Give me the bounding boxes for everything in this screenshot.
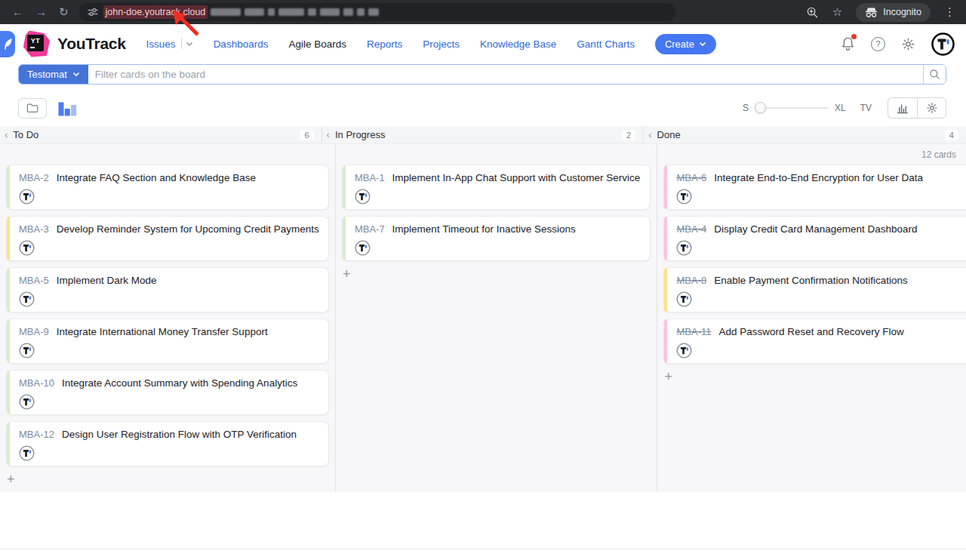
card-title[interactable]: Add Password Reset and Recovery Flow <box>718 326 903 337</box>
assignee-avatar[interactable] <box>676 343 692 358</box>
card-id[interactable]: MBA-1 <box>355 172 385 183</box>
column-name: Done <box>657 129 681 140</box>
card-priority-edge <box>7 165 10 209</box>
nav-item-agile-boards[interactable]: Agile Boards <box>288 38 346 50</box>
card-id[interactable]: MBA-5 <box>19 275 49 286</box>
issue-card[interactable]: MBA-12Design User Registration Flow with… <box>6 421 329 466</box>
url-text[interactable]: john-doe.youtrack.cloud <box>103 5 208 19</box>
nav-item-projects[interactable]: Projects <box>423 38 460 50</box>
board-settings-button[interactable] <box>917 97 946 118</box>
issue-card[interactable]: MBA-5Implement Dark Mode <box>6 267 329 312</box>
assignee-avatar[interactable] <box>19 445 35 461</box>
card-title[interactable]: Design User Registration Flow with OTP V… <box>62 429 297 440</box>
notifications-button[interactable] <box>841 36 855 51</box>
slider-knob[interactable] <box>755 102 766 113</box>
nav-item-reports[interactable]: Reports <box>367 38 402 50</box>
card-title[interactable]: Implement In-App Chat Support with Custo… <box>392 172 641 183</box>
issue-card[interactable]: MBA-10Integrate Account Summary with Spe… <box>6 370 329 415</box>
chart-report-button[interactable] <box>888 97 917 118</box>
card-title[interactable]: Integrate FAQ Section and Knowledge Base <box>57 172 256 183</box>
card-title[interactable]: Implement Timeout for Inactive Sessions <box>392 223 576 235</box>
issue-card[interactable]: MBA-7Implement Timeout for Inactive Sess… <box>342 216 651 261</box>
card-id[interactable]: MBA-6 <box>676 172 706 183</box>
card-title[interactable]: Integrate International Money Transfer S… <box>57 326 268 337</box>
filter-cards-input[interactable] <box>88 65 923 84</box>
create-button[interactable]: Create <box>655 34 716 54</box>
issue-card[interactable]: MBA-1Implement In-App Chat Support with … <box>342 165 651 210</box>
card-id[interactable]: MBA-3 <box>19 223 49 235</box>
issue-card[interactable]: MBA-3Develop Reminder System for Upcomin… <box>6 216 329 261</box>
card-id[interactable]: MBA-2 <box>19 172 49 183</box>
issue-card[interactable]: MBA-11Add Password Reset and Recovery Fl… <box>663 318 966 364</box>
card-header-line: MBA-2Integrate FAQ Section and Knowledge… <box>19 172 319 183</box>
chart-view-toggle[interactable] <box>58 100 77 117</box>
browser-menu-icon[interactable]: ⋮ <box>944 5 955 19</box>
card-id[interactable]: MBA-7 <box>355 223 385 235</box>
assignee-avatar[interactable] <box>676 240 692 256</box>
card-priority-edge <box>7 319 10 363</box>
assignee-avatar[interactable] <box>19 189 35 205</box>
card-title[interactable]: Enable Payment Confirmation Notification… <box>714 275 908 286</box>
card-priority-edge <box>343 165 346 209</box>
settings-button[interactable] <box>901 37 915 51</box>
card-id[interactable]: MBA-11 <box>676 326 711 337</box>
card-size-slider[interactable] <box>756 107 829 109</box>
add-card-button[interactable]: + <box>7 472 20 486</box>
assignee-avatar[interactable] <box>355 189 371 205</box>
card-id[interactable]: MBA-12 <box>19 429 54 440</box>
browser-reload-button[interactable]: ↻ <box>59 0 69 24</box>
add-card-button[interactable]: + <box>343 267 356 281</box>
nav-item-issues[interactable]: Issues <box>146 38 176 50</box>
assignee-avatar[interactable] <box>19 394 35 410</box>
card-title[interactable]: Integrate End-to-End Encryption for User… <box>714 172 923 183</box>
user-avatar[interactable] <box>931 32 955 56</box>
nav-item-knowledge-base[interactable]: Knowledge Base <box>480 38 556 50</box>
nav-item-dashboards[interactable]: Dashboards <box>214 38 269 50</box>
issue-card[interactable]: MBA-8Enable Payment Confirmation Notific… <box>663 267 966 312</box>
issue-card[interactable]: MBA-6Integrate End-to-End Encryption for… <box>663 165 966 210</box>
page-bottom-divider <box>0 549 966 549</box>
card-header-line: MBA-10Integrate Account Summary with Spe… <box>19 377 319 389</box>
notification-dot <box>851 34 857 39</box>
assignee-avatar[interactable] <box>676 189 692 205</box>
tv-mode-button[interactable]: TV <box>860 103 872 113</box>
issue-card[interactable]: MBA-2Integrate FAQ Section and Knowledge… <box>6 165 329 210</box>
zoom-icon[interactable] <box>806 6 819 19</box>
card-id[interactable]: MBA-9 <box>19 326 49 337</box>
card-priority-edge <box>7 371 10 414</box>
card-title[interactable]: Develop Reminder System for Upcoming Cre… <box>57 223 319 235</box>
collapse-column-icon[interactable]: ‹ <box>327 129 330 140</box>
card-id[interactable]: MBA-10 <box>19 377 54 389</box>
add-card-button[interactable]: + <box>664 370 678 383</box>
card-id[interactable]: MBA-4 <box>676 223 706 235</box>
site-info-icon[interactable] <box>87 6 99 18</box>
assignee-avatar[interactable] <box>19 291 35 307</box>
card-title[interactable]: Implement Dark Mode <box>57 275 157 286</box>
browser-back-button[interactable]: ← <box>12 0 23 24</box>
nav-item-gantt-charts[interactable]: Gantt Charts <box>577 38 635 50</box>
browser-forward-button[interactable]: → <box>35 0 47 24</box>
address-bar[interactable]: john-doe.youtrack.cloud <box>79 3 675 21</box>
sidebar-feather-button[interactable] <box>0 31 15 57</box>
bookmark-star-icon[interactable]: ☆ <box>832 5 842 19</box>
issue-card[interactable]: MBA-4Display Credit Card Management Dash… <box>663 216 966 261</box>
collapse-column-icon[interactable]: ‹ <box>648 129 651 140</box>
card-title[interactable]: Integrate Account Summary with Spending … <box>62 377 297 389</box>
assignee-avatar[interactable] <box>355 240 371 256</box>
collapse-column-icon[interactable]: ‹ <box>5 129 8 140</box>
search-button[interactable] <box>923 65 946 84</box>
issues-dropdown[interactable] <box>181 38 193 49</box>
assignee-avatar[interactable] <box>676 291 692 307</box>
column-header-to-do: ‹To Do6 <box>0 126 322 143</box>
issue-card[interactable]: MBA-9Integrate International Money Trans… <box>6 318 329 364</box>
app-header: YT YouTrack Issues Dashboards Agile Boar… <box>0 24 966 63</box>
board-selector-button[interactable]: Testomat <box>19 65 88 84</box>
incognito-badge: Incognito <box>856 3 931 22</box>
card-id[interactable]: MBA-8 <box>676 275 706 286</box>
assignee-avatar[interactable] <box>19 343 35 358</box>
backlog-button[interactable] <box>18 98 47 118</box>
youtrack-logo[interactable]: YT <box>23 31 50 57</box>
card-title[interactable]: Display Credit Card Management Dashboard <box>714 223 917 235</box>
help-button[interactable]: ? <box>871 37 885 51</box>
assignee-avatar[interactable] <box>19 240 35 256</box>
